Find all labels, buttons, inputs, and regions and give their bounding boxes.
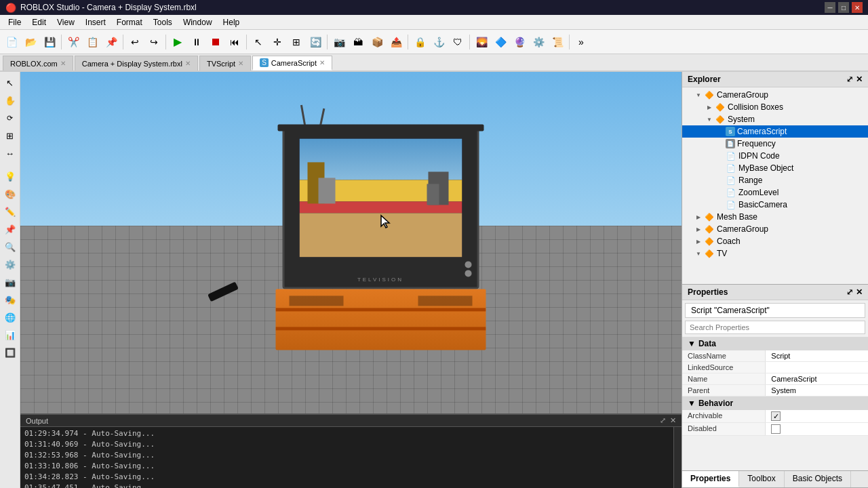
maximize-button[interactable]: □ <box>838 2 849 13</box>
toggle-basiccam[interactable] <box>715 199 726 210</box>
tree-item-frequency[interactable]: 📄 Frequency <box>682 138 868 150</box>
tree-item-basiccam[interactable]: 📄 BasicCamera <box>682 199 868 211</box>
tab-camerascript[interactable]: S CameraScript ✕ <box>252 56 332 70</box>
tab-main-file[interactable]: Camera + Display System.rbxl ✕ <box>75 56 198 70</box>
toggle-mybase[interactable] <box>715 163 726 174</box>
output-scrollbar[interactable] <box>673 427 682 488</box>
toggle-range[interactable] <box>715 175 726 186</box>
toolbar-cut[interactable]: ✂️ <box>64 33 82 51</box>
menu-edit[interactable]: Edit <box>26 16 52 28</box>
toggle-idpn[interactable] <box>715 150 726 161</box>
tool-config[interactable]: ⚙️ <box>2 256 18 272</box>
tool-box[interactable]: 🔲 <box>2 344 18 361</box>
properties-close-icon[interactable]: ✕ <box>856 287 863 297</box>
explorer-close-icon[interactable]: ✕ <box>856 75 863 84</box>
toolbar-camera[interactable]: 📷 <box>330 33 348 51</box>
toolbar-move[interactable]: ✛ <box>269 33 286 51</box>
explorer-tree[interactable]: ▼ 🔶 CameraGroup ▶ 🔶 Collision Boxes ▼ <box>682 87 868 284</box>
tree-item-zoom[interactable]: 📄 ZoomLevel <box>682 186 868 199</box>
output-expand[interactable]: ⤢ <box>660 416 666 425</box>
toggle-cameragroup[interactable]: ▼ <box>693 89 704 100</box>
toolbar-lock[interactable]: 🔒 <box>411 33 429 51</box>
tree-item-camerascript[interactable]: S CameraScript <box>682 125 868 138</box>
minimize-button[interactable]: ─ <box>825 2 835 13</box>
output-content[interactable]: 01:29:34.974 - Auto-Saving...01:31:40.96… <box>20 427 673 488</box>
toolbar-scale[interactable]: ⊞ <box>288 33 305 51</box>
prop-section-behavior[interactable]: ▼ Behavior <box>682 396 868 410</box>
toolbar-pause[interactable]: ⏸ <box>188 33 205 51</box>
output-close[interactable]: ✕ <box>670 416 676 425</box>
tool-resize[interactable]: ↔ <box>2 145 18 161</box>
tool-scale[interactable]: ⊞ <box>2 127 18 144</box>
toolbar-part[interactable]: 🔷 <box>492 33 509 51</box>
toolbar-step[interactable]: ⏮ <box>226 33 243 51</box>
toggle-coach[interactable]: ▶ <box>693 236 704 247</box>
tab-main-close[interactable]: ✕ <box>185 60 191 67</box>
tool-paint[interactable]: 🎨 <box>2 186 18 202</box>
title-bar-controls[interactable]: ─ □ ✕ <box>825 2 863 13</box>
tree-item-idpn[interactable]: 📄 IDPN Code <box>682 150 868 162</box>
tree-item-coach[interactable]: ▶ 🔶 Coach <box>682 235 868 247</box>
archivable-checkbox[interactable]: ✓ <box>771 411 781 421</box>
toolbar-collide[interactable]: 🛡 <box>449 33 467 51</box>
menu-view[interactable]: View <box>52 16 80 28</box>
toggle-camerascript[interactable] <box>715 126 726 137</box>
toolbar-gear[interactable]: ⚙️ <box>530 33 547 51</box>
explorer-expand-icon[interactable]: ⤢ <box>846 75 853 84</box>
toggle-zoom[interactable] <box>715 187 726 198</box>
output-controls[interactable]: ⤢ ✕ <box>660 416 676 425</box>
toolbar-play[interactable]: ▶ <box>169 33 186 51</box>
tool-mask[interactable]: 🎭 <box>2 291 18 308</box>
tab-roblox[interactable]: ROBLOX.com ✕ <box>3 56 73 70</box>
tree-item-tv[interactable]: ▼ 🔶 TV <box>682 247 868 260</box>
tab-tvscript-close[interactable]: ✕ <box>238 60 243 67</box>
tool-pin[interactable]: 📌 <box>2 221 18 237</box>
properties-expand-icon[interactable]: ⤢ <box>846 287 853 297</box>
toolbar-anchor[interactable]: ⚓ <box>430 33 448 51</box>
toolbar-rotate[interactable]: 🔄 <box>307 33 324 51</box>
prop-section-data[interactable]: ▼ Data <box>682 337 868 350</box>
tree-item-cameragroup2[interactable]: ▶ 🔶 CameraGroup <box>682 223 868 235</box>
bottom-tab-basic-objects[interactable]: Basic Objects <box>785 471 851 487</box>
tool-pen[interactable]: ✏️ <box>2 203 18 220</box>
toolbar-group[interactable]: 📦 <box>368 33 386 51</box>
toolbar-copy[interactable]: 📋 <box>83 33 101 51</box>
tool-pan[interactable]: ✋ <box>2 92 18 108</box>
menu-window[interactable]: Window <box>178 16 218 28</box>
toolbar-save[interactable]: 💾 <box>41 33 58 51</box>
toolbar-paste[interactable]: 📌 <box>102 33 120 51</box>
prop-val-disabled[interactable] <box>766 423 868 435</box>
viewport-canvas[interactable]: TELVISION <box>20 72 682 413</box>
prop-val-linked[interactable] <box>766 362 868 373</box>
menu-tools[interactable]: Tools <box>148 16 178 28</box>
prop-val-name[interactable]: CameraScript <box>766 373 868 384</box>
tree-item-mybase[interactable]: 📄 MyBase Object <box>682 162 868 174</box>
toggle-frequency[interactable] <box>715 138 726 149</box>
toolbar-terrain[interactable]: 🏔 <box>349 33 367 51</box>
toggle-cameragroup2[interactable]: ▶ <box>693 224 704 235</box>
toolbar-new[interactable]: 📄 <box>3 33 20 51</box>
bottom-tab-properties[interactable]: Properties <box>682 471 739 487</box>
toolbar-undo[interactable]: ↩ <box>126 33 144 51</box>
tree-item-collision[interactable]: ▶ 🔶 Collision Boxes <box>682 101 868 113</box>
toolbar-select[interactable]: ↖ <box>250 33 267 51</box>
bottom-tab-toolbox[interactable]: Toolbox <box>739 471 784 487</box>
menu-insert[interactable]: Insert <box>80 16 111 28</box>
tab-roblox-close[interactable]: ✕ <box>60 60 66 67</box>
toolbar-script-btn[interactable]: 📜 <box>549 33 566 51</box>
close-button[interactable]: ✕ <box>852 2 863 13</box>
toggle-tv[interactable]: ▼ <box>693 248 704 259</box>
properties-header-controls[interactable]: ⤢ ✕ <box>846 287 863 297</box>
prop-val-archivable[interactable]: ✓ <box>766 410 868 422</box>
menu-file[interactable]: File <box>3 16 26 28</box>
tree-item-system[interactable]: ▼ 🔶 System <box>682 113 868 125</box>
properties-search-input[interactable] <box>685 321 865 334</box>
tab-tvscript[interactable]: TVScript ✕ <box>199 56 251 70</box>
tool-chart[interactable]: 📊 <box>2 327 18 343</box>
tab-camerascript-close[interactable]: ✕ <box>319 59 325 66</box>
tree-item-meshbase[interactable]: ▶ 🔶 Mesh Base <box>682 211 868 223</box>
tool-light[interactable]: 💡 <box>2 168 18 184</box>
viewport[interactable]: TELVISION <box>20 72 682 488</box>
tool-cam[interactable]: 📷 <box>2 274 18 290</box>
tree-item-range[interactable]: 📄 Range <box>682 174 868 186</box>
